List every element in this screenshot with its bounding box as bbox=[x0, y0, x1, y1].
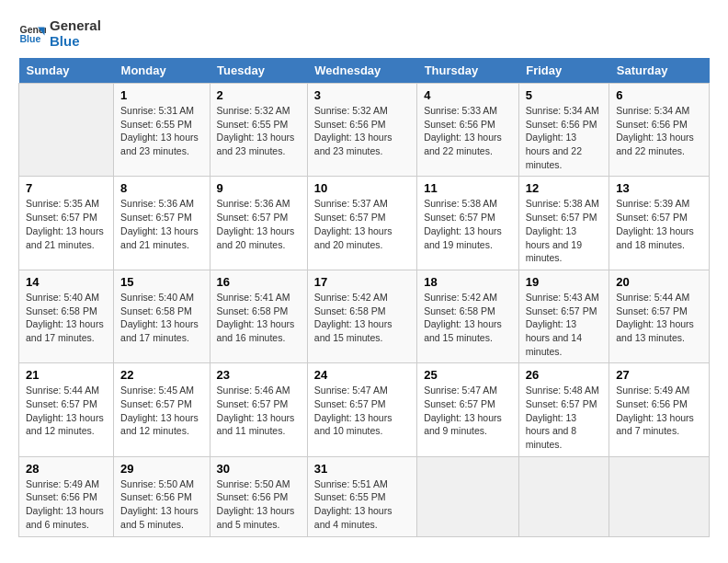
page-header: General Blue General Blue bbox=[18, 18, 710, 49]
calendar-week-1: 1Sunrise: 5:31 AMSunset: 6:55 PMDaylight… bbox=[19, 84, 710, 177]
calendar-cell: 8Sunrise: 5:36 AMSunset: 6:57 PMDaylight… bbox=[114, 177, 210, 270]
calendar-cell: 30Sunrise: 5:50 AMSunset: 6:56 PMDayligh… bbox=[210, 456, 307, 536]
calendar-cell: 25Sunrise: 5:47 AMSunset: 6:57 PMDayligh… bbox=[417, 363, 519, 456]
logo-general: General bbox=[50, 18, 101, 34]
calendar-cell: 20Sunrise: 5:44 AMSunset: 6:57 PMDayligh… bbox=[609, 270, 710, 362]
calendar-cell bbox=[19, 84, 114, 177]
day-number: 13 bbox=[616, 181, 702, 195]
day-info: Sunrise: 5:50 AMSunset: 6:56 PMDaylight:… bbox=[217, 477, 301, 532]
col-header-friday: Friday bbox=[518, 58, 609, 84]
day-number: 9 bbox=[217, 181, 301, 195]
day-info: Sunrise: 5:49 AMSunset: 6:56 PMDaylight:… bbox=[26, 477, 107, 532]
day-info: Sunrise: 5:38 AMSunset: 6:57 PMDaylight:… bbox=[424, 197, 512, 251]
day-number: 16 bbox=[217, 275, 301, 289]
calendar-cell: 23Sunrise: 5:46 AMSunset: 6:57 PMDayligh… bbox=[210, 363, 307, 456]
calendar-cell: 16Sunrise: 5:41 AMSunset: 6:58 PMDayligh… bbox=[210, 270, 307, 362]
day-number: 12 bbox=[526, 181, 602, 195]
logo-icon: General Blue bbox=[18, 20, 46, 48]
calendar-cell: 26Sunrise: 5:48 AMSunset: 6:57 PMDayligh… bbox=[518, 363, 609, 456]
col-header-tuesday: Tuesday bbox=[210, 58, 307, 84]
col-header-saturday: Saturday bbox=[609, 58, 710, 84]
day-info: Sunrise: 5:44 AMSunset: 6:57 PMDaylight:… bbox=[26, 384, 107, 438]
day-info: Sunrise: 5:34 AMSunset: 6:56 PMDaylight:… bbox=[526, 104, 602, 171]
day-info: Sunrise: 5:49 AMSunset: 6:56 PMDaylight:… bbox=[616, 384, 702, 438]
calendar-cell: 17Sunrise: 5:42 AMSunset: 6:58 PMDayligh… bbox=[307, 270, 416, 362]
day-number: 6 bbox=[616, 88, 702, 102]
calendar-cell: 27Sunrise: 5:49 AMSunset: 6:56 PMDayligh… bbox=[609, 363, 710, 456]
day-number: 25 bbox=[424, 368, 512, 382]
day-info: Sunrise: 5:31 AMSunset: 6:55 PMDaylight:… bbox=[120, 104, 203, 158]
day-number: 8 bbox=[120, 181, 203, 195]
col-header-monday: Monday bbox=[114, 58, 210, 84]
calendar-week-5: 28Sunrise: 5:49 AMSunset: 6:56 PMDayligh… bbox=[19, 456, 710, 536]
day-info: Sunrise: 5:42 AMSunset: 6:58 PMDaylight:… bbox=[424, 291, 512, 345]
calendar-cell: 5Sunrise: 5:34 AMSunset: 6:56 PMDaylight… bbox=[518, 84, 609, 177]
day-info: Sunrise: 5:35 AMSunset: 6:57 PMDaylight:… bbox=[26, 197, 107, 251]
calendar-table: SundayMondayTuesdayWednesdayThursdayFrid… bbox=[18, 58, 710, 537]
day-number: 15 bbox=[120, 275, 203, 289]
calendar-week-2: 7Sunrise: 5:35 AMSunset: 6:57 PMDaylight… bbox=[19, 177, 710, 270]
day-number: 28 bbox=[26, 462, 107, 476]
col-header-thursday: Thursday bbox=[417, 58, 519, 84]
calendar-cell: 18Sunrise: 5:42 AMSunset: 6:58 PMDayligh… bbox=[417, 270, 519, 362]
day-number: 7 bbox=[26, 181, 107, 195]
day-info: Sunrise: 5:46 AMSunset: 6:57 PMDaylight:… bbox=[217, 384, 301, 438]
day-number: 30 bbox=[217, 462, 301, 476]
day-info: Sunrise: 5:47 AMSunset: 6:57 PMDaylight:… bbox=[424, 384, 512, 438]
day-number: 20 bbox=[616, 275, 702, 289]
day-number: 11 bbox=[424, 181, 512, 195]
logo-blue: Blue bbox=[50, 34, 101, 50]
calendar-cell: 4Sunrise: 5:33 AMSunset: 6:56 PMDaylight… bbox=[417, 84, 519, 177]
day-number: 21 bbox=[26, 368, 107, 382]
day-info: Sunrise: 5:40 AMSunset: 6:58 PMDaylight:… bbox=[26, 291, 107, 345]
calendar-cell: 11Sunrise: 5:38 AMSunset: 6:57 PMDayligh… bbox=[417, 177, 519, 270]
calendar-cell: 31Sunrise: 5:51 AMSunset: 6:55 PMDayligh… bbox=[307, 456, 416, 536]
svg-text:Blue: Blue bbox=[20, 33, 41, 44]
day-number: 19 bbox=[526, 275, 602, 289]
calendar-week-4: 21Sunrise: 5:44 AMSunset: 6:57 PMDayligh… bbox=[19, 363, 710, 456]
calendar-cell: 22Sunrise: 5:45 AMSunset: 6:57 PMDayligh… bbox=[114, 363, 210, 456]
day-number: 2 bbox=[217, 88, 301, 102]
calendar-cell: 7Sunrise: 5:35 AMSunset: 6:57 PMDaylight… bbox=[19, 177, 114, 270]
day-info: Sunrise: 5:48 AMSunset: 6:57 PMDaylight:… bbox=[526, 384, 602, 451]
day-info: Sunrise: 5:41 AMSunset: 6:58 PMDaylight:… bbox=[217, 291, 301, 345]
calendar-week-3: 14Sunrise: 5:40 AMSunset: 6:58 PMDayligh… bbox=[19, 270, 710, 362]
calendar-cell: 6Sunrise: 5:34 AMSunset: 6:56 PMDaylight… bbox=[609, 84, 710, 177]
day-number: 4 bbox=[424, 88, 512, 102]
calendar-cell: 14Sunrise: 5:40 AMSunset: 6:58 PMDayligh… bbox=[19, 270, 114, 362]
col-header-wednesday: Wednesday bbox=[307, 58, 416, 84]
logo: General Blue General Blue bbox=[18, 18, 101, 49]
day-number: 1 bbox=[120, 88, 203, 102]
day-info: Sunrise: 5:47 AMSunset: 6:57 PMDaylight:… bbox=[314, 384, 410, 438]
day-info: Sunrise: 5:32 AMSunset: 6:56 PMDaylight:… bbox=[314, 104, 410, 158]
day-number: 22 bbox=[120, 368, 203, 382]
day-info: Sunrise: 5:43 AMSunset: 6:57 PMDaylight:… bbox=[526, 291, 602, 358]
day-info: Sunrise: 5:36 AMSunset: 6:57 PMDaylight:… bbox=[217, 197, 301, 251]
day-info: Sunrise: 5:37 AMSunset: 6:57 PMDaylight:… bbox=[314, 197, 410, 251]
day-info: Sunrise: 5:34 AMSunset: 6:56 PMDaylight:… bbox=[616, 104, 702, 158]
calendar-cell: 24Sunrise: 5:47 AMSunset: 6:57 PMDayligh… bbox=[307, 363, 416, 456]
calendar-header-row: SundayMondayTuesdayWednesdayThursdayFrid… bbox=[19, 58, 710, 84]
day-number: 17 bbox=[314, 275, 410, 289]
day-number: 5 bbox=[526, 88, 602, 102]
day-info: Sunrise: 5:45 AMSunset: 6:57 PMDaylight:… bbox=[120, 384, 203, 438]
day-info: Sunrise: 5:39 AMSunset: 6:57 PMDaylight:… bbox=[616, 197, 702, 251]
calendar-cell: 2Sunrise: 5:32 AMSunset: 6:55 PMDaylight… bbox=[210, 84, 307, 177]
day-number: 27 bbox=[616, 368, 702, 382]
day-number: 18 bbox=[424, 275, 512, 289]
calendar-cell: 13Sunrise: 5:39 AMSunset: 6:57 PMDayligh… bbox=[609, 177, 710, 270]
day-info: Sunrise: 5:51 AMSunset: 6:55 PMDaylight:… bbox=[314, 477, 410, 532]
day-info: Sunrise: 5:40 AMSunset: 6:58 PMDaylight:… bbox=[120, 291, 203, 345]
day-number: 14 bbox=[26, 275, 107, 289]
col-header-sunday: Sunday bbox=[19, 58, 114, 84]
day-info: Sunrise: 5:38 AMSunset: 6:57 PMDaylight:… bbox=[526, 197, 602, 264]
calendar-cell: 28Sunrise: 5:49 AMSunset: 6:56 PMDayligh… bbox=[19, 456, 114, 536]
calendar-cell: 12Sunrise: 5:38 AMSunset: 6:57 PMDayligh… bbox=[518, 177, 609, 270]
calendar-cell: 10Sunrise: 5:37 AMSunset: 6:57 PMDayligh… bbox=[307, 177, 416, 270]
calendar-cell: 1Sunrise: 5:31 AMSunset: 6:55 PMDaylight… bbox=[114, 84, 210, 177]
calendar-cell: 15Sunrise: 5:40 AMSunset: 6:58 PMDayligh… bbox=[114, 270, 210, 362]
day-number: 10 bbox=[314, 181, 410, 195]
calendar-cell: 19Sunrise: 5:43 AMSunset: 6:57 PMDayligh… bbox=[518, 270, 609, 362]
calendar-cell bbox=[417, 456, 519, 536]
calendar-cell bbox=[518, 456, 609, 536]
